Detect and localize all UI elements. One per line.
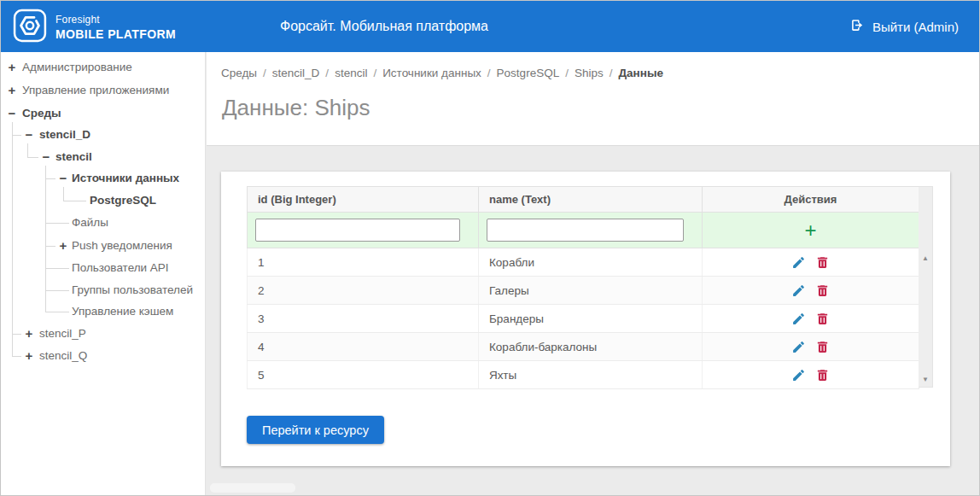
main-content: Среды/stencil_D/stencil/Источники данных… xyxy=(207,52,979,495)
sidebar-item-label: Управление кэшем xyxy=(72,303,173,320)
tree-line xyxy=(45,290,69,291)
cell-name: Галеры xyxy=(479,277,703,305)
sidebar-item-label: Группы пользователей xyxy=(72,282,193,299)
edit-icon[interactable] xyxy=(791,340,806,354)
cell-id: 1 xyxy=(248,248,479,277)
expand-icon[interactable]: + xyxy=(23,347,35,365)
expand-icon[interactable]: + xyxy=(6,59,18,76)
breadcrumb-separator: / xyxy=(325,67,329,79)
logo-text: Foresight MOBILE PLATFORM xyxy=(55,14,176,41)
collapse-icon[interactable]: − xyxy=(40,149,52,166)
go-to-resource-button[interactable]: Перейти к ресурсу xyxy=(247,416,384,444)
sidebar-tree: + Администрирование + Управление приложе… xyxy=(1,52,206,495)
breadcrumb-environments[interactable]: Среды xyxy=(221,67,257,79)
breadcrumb-data-current: Данные xyxy=(618,67,662,79)
expand-icon[interactable]: + xyxy=(6,82,18,99)
foresight-logo-icon xyxy=(13,9,47,46)
scroll-up-icon[interactable]: ▲ xyxy=(919,255,932,262)
sidebar-item-label: Управление приложениями xyxy=(22,82,169,99)
tree-line xyxy=(27,157,38,158)
breadcrumb-bar: Среды/stencil_D/stencil/Источники данных… xyxy=(207,52,979,146)
sidebar-item-label: stencil_P xyxy=(39,325,86,342)
tree-line xyxy=(45,178,55,179)
cell-id: 5 xyxy=(248,361,479,389)
logo: Foresight MOBILE PLATFORM xyxy=(13,9,176,46)
breadcrumb-postgresql[interactable]: PostgreSQL xyxy=(497,67,560,79)
logout-icon xyxy=(850,18,865,35)
tree-line xyxy=(45,268,69,269)
breadcrumb-separator: / xyxy=(610,67,613,79)
tree-line xyxy=(12,135,21,136)
sidebar-item-label: Пользователи API xyxy=(72,260,169,277)
table-row: 5 Яхты xyxy=(248,361,919,389)
data-grid: id (Big Integer) name (Text) Действия + xyxy=(247,186,933,388)
edit-icon[interactable] xyxy=(791,312,806,326)
cell-name: Корабли-баркалоны xyxy=(479,333,703,361)
add-row-button[interactable]: + xyxy=(804,220,816,241)
table-row: 2 Галеры xyxy=(248,277,919,305)
breadcrumb-data-sources[interactable]: Источники данных xyxy=(382,67,481,79)
expand-icon[interactable]: + xyxy=(57,237,69,254)
id-filter-input[interactable] xyxy=(255,219,460,242)
cell-name: Яхты xyxy=(479,361,703,389)
tree-line xyxy=(12,334,21,335)
scroll-down-icon[interactable]: ▼ xyxy=(919,376,932,383)
breadcrumb-ships[interactable]: Ships xyxy=(575,67,604,79)
logo-line1: Foresight xyxy=(55,14,176,26)
breadcrumb-separator: / xyxy=(263,67,266,79)
column-header-actions: Действия xyxy=(703,187,919,213)
collapse-icon[interactable]: − xyxy=(6,105,18,122)
cell-id: 3 xyxy=(248,305,479,333)
breadcrumb-separator: / xyxy=(373,67,376,79)
name-filter-input[interactable] xyxy=(487,219,684,242)
sidebar-item-label: stencil_Q xyxy=(39,347,87,365)
sidebar-item-label: Среды xyxy=(22,105,61,122)
app-title: Форсайт. Мобильная платформа xyxy=(280,19,488,34)
breadcrumb-separator: / xyxy=(565,67,569,79)
table-row: 4 Корабли-баркалоны xyxy=(248,333,919,361)
edit-icon[interactable] xyxy=(791,283,806,298)
app-header: Foresight MOBILE PLATFORM Форсайт. Мобил… xyxy=(1,1,979,52)
grid-header-row: id (Big Integer) name (Text) Действия xyxy=(248,187,919,213)
sidebar-item-label: PostgreSQL xyxy=(90,192,156,209)
horizontal-scrollbar-thumb[interactable] xyxy=(210,483,295,493)
collapse-icon[interactable]: − xyxy=(23,126,35,143)
sidebar-item-label: stencil_D xyxy=(39,126,90,143)
delete-icon[interactable] xyxy=(815,283,830,298)
cell-name: Корабли xyxy=(479,248,703,277)
column-header-name: name (Text) xyxy=(479,187,703,213)
edit-icon[interactable] xyxy=(791,368,806,382)
breadcrumb-stencil[interactable]: stencil xyxy=(335,67,367,79)
cell-name: Брандеры xyxy=(479,305,703,333)
delete-icon[interactable] xyxy=(815,340,830,354)
delete-icon[interactable] xyxy=(815,255,830,270)
data-card: id (Big Integer) name (Text) Действия + xyxy=(221,172,950,466)
sidebar-item-label: Источники данных xyxy=(72,170,179,187)
column-header-id: id (Big Integer) xyxy=(248,187,479,213)
filter-row: + xyxy=(248,213,919,248)
page-title: Данные: Ships xyxy=(222,95,370,121)
tree-line xyxy=(45,223,69,224)
logo-line2: MOBILE PLATFORM xyxy=(55,27,176,41)
app-window: Foresight MOBILE PLATFORM Форсайт. Мобил… xyxy=(0,0,980,496)
table-row: 3 Брандеры xyxy=(248,305,919,333)
sidebar-item-label: Администрирование xyxy=(22,59,132,76)
delete-icon[interactable] xyxy=(815,312,830,326)
tree-line xyxy=(12,356,21,357)
sidebar-item-label: Push уведомления xyxy=(72,237,172,254)
table-row: 1 Корабли xyxy=(248,248,919,277)
breadcrumb-stencil-d[interactable]: stencil_D xyxy=(272,67,320,79)
sidebar-item-label: Файлы xyxy=(72,214,108,231)
edit-icon[interactable] xyxy=(791,255,806,270)
tree-line xyxy=(63,187,64,201)
cell-id: 4 xyxy=(248,333,479,361)
table-scrollbar[interactable]: ▲ ▼ xyxy=(919,186,933,388)
delete-icon[interactable] xyxy=(815,368,830,382)
logout-button[interactable]: Выйти (Admin) xyxy=(850,1,959,52)
logout-label: Выйти (Admin) xyxy=(872,20,959,34)
cell-id: 2 xyxy=(248,277,479,305)
collapse-icon[interactable]: − xyxy=(57,170,69,187)
sidebar-item-label: stencil xyxy=(55,149,92,166)
tree-line xyxy=(27,143,28,157)
expand-icon[interactable]: + xyxy=(23,325,35,342)
